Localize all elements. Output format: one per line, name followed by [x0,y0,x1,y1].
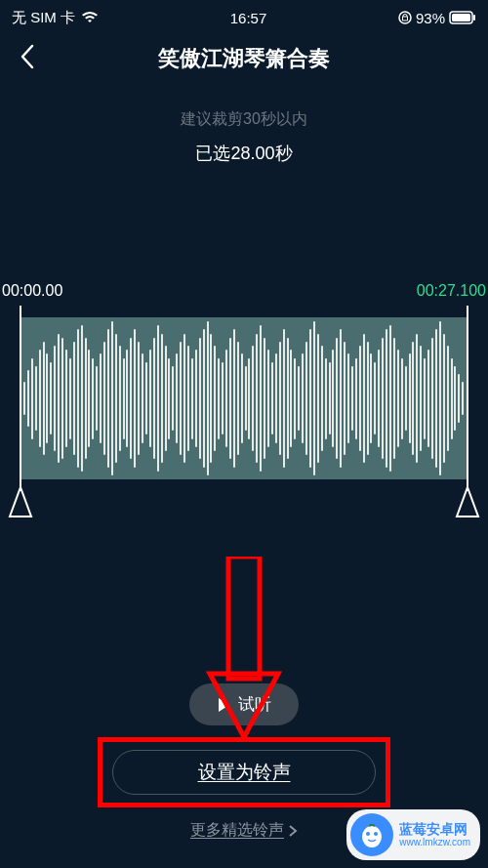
trim-hint: 建议裁剪30秒以内 [0,109,488,130]
svg-rect-4 [228,557,260,679]
watermark-url: www.lmkzw.com [399,837,470,848]
orientation-lock-icon [398,11,412,24]
status-left: 无 SIM 卡 [12,9,99,27]
sim-status: 无 SIM 卡 [12,9,75,27]
preview-button[interactable]: 试听 [189,683,299,725]
waveform-container: 00:00.00 00:27.100 [0,282,488,491]
status-time: 16:57 [230,10,267,26]
instruction-area: 建议裁剪30秒以内 已选28.00秒 [0,109,488,165]
waveform-track[interactable] [0,306,488,491]
trim-handle-left[interactable] [8,485,33,520]
watermark-logo [350,813,393,856]
chevron-left-icon [20,44,35,69]
trim-marker-right[interactable] [467,306,468,491]
more-ringtones-label: 更多精选铃声 [190,820,284,841]
time-end: 00:27.100 [417,282,486,300]
set-ringtone-button[interactable]: 设置为铃声 [112,750,376,795]
time-labels: 00:00.00 00:27.100 [0,282,488,300]
preview-label: 试听 [238,693,271,716]
nav-bar: 笑傲江湖琴箫合奏 [0,35,488,82]
wifi-icon [81,11,99,24]
svg-rect-2 [452,14,470,21]
status-bar: 无 SIM 卡 16:57 93% [0,0,488,35]
more-ringtones-link[interactable]: 更多精选铃声 [190,820,298,841]
svg-point-7 [374,832,378,836]
svg-point-5 [362,826,382,847]
set-ringtone-label: 设置为铃声 [198,760,291,785]
selected-duration: 已选28.00秒 [0,142,488,165]
chevron-right-icon [288,824,298,838]
watermark: 蓝莓安卓网 www.lmkzw.com [346,809,480,860]
svg-point-6 [366,832,370,836]
battery-icon [449,11,476,24]
back-button[interactable] [20,44,35,73]
page-title: 笑傲江湖琴箫合奏 [0,44,488,73]
trim-marker-left[interactable] [20,306,21,491]
watermark-title: 蓝莓安卓网 [399,821,470,838]
time-start: 00:00.00 [2,282,62,300]
svg-point-0 [399,12,411,23]
waveform-display [20,317,468,479]
battery-percent: 93% [416,10,445,26]
svg-rect-3 [473,15,475,21]
watermark-text: 蓝莓安卓网 www.lmkzw.com [399,821,470,849]
trim-handle-right[interactable] [455,485,480,520]
status-right: 93% [398,10,476,26]
play-icon [217,697,230,713]
